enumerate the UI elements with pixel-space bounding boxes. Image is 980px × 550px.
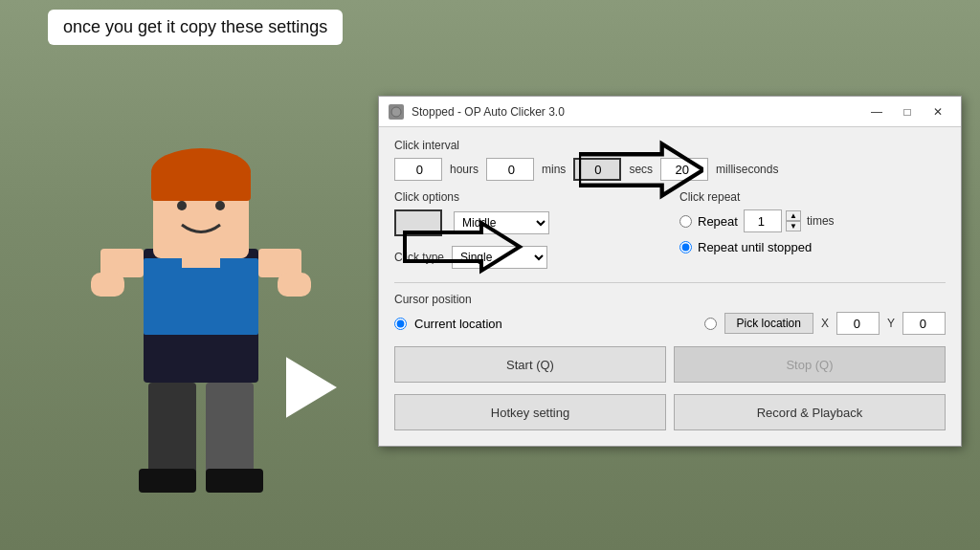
minimize-button[interactable]: — <box>863 102 890 121</box>
repeat-until-stopped-radio[interactable] <box>679 241 692 253</box>
repeat-until-stopped-row: Repeat until stopped <box>679 240 946 254</box>
svg-rect-11 <box>148 383 196 478</box>
cursor-position-row: Current location Pick location X Y <box>394 312 946 335</box>
arrow-btn <box>400 218 524 275</box>
titlebar-controls: — □ ✕ <box>863 102 951 121</box>
svg-marker-17 <box>579 143 703 195</box>
svg-point-19 <box>391 107 401 117</box>
maximize-button[interactable]: □ <box>894 102 921 121</box>
start-button[interactable]: Start (Q) <box>394 346 666 383</box>
svg-rect-14 <box>206 469 263 493</box>
repeat-radio-group: Repeat ▲ ▼ times Repeat until stopped <box>679 209 946 254</box>
repeat-until-stopped-label: Repeat until stopped <box>698 240 812 254</box>
titlebar: Stopped - OP Auto Clicker 3.0 — □ ✕ <box>379 97 961 127</box>
svg-rect-12 <box>206 383 254 478</box>
x-input[interactable] <box>836 312 880 335</box>
titlebar-left: Stopped - OP Auto Clicker 3.0 <box>389 104 565 120</box>
click-repeat-label: Click repeat <box>679 190 946 204</box>
current-location-radio[interactable] <box>394 318 407 330</box>
cursor-position-label: Cursor position <box>394 293 946 306</box>
times-label: times <box>807 214 835 228</box>
mins-unit: mins <box>542 163 566 176</box>
pick-location-radio[interactable] <box>704 318 717 330</box>
record-button[interactable]: Record & Playback <box>674 394 946 430</box>
x-label: X <box>821 317 829 330</box>
svg-rect-1 <box>144 258 258 335</box>
spinner-wrap: ▲ ▼ <box>744 209 801 232</box>
svg-rect-13 <box>139 469 196 493</box>
ms-unit: milliseconds <box>716 163 778 176</box>
click-repeat-col: Click repeat Repeat ▲ ▼ times <box>679 190 946 278</box>
repeat-times-row: Repeat ▲ ▼ times <box>679 209 946 232</box>
arrow-big-white <box>268 349 364 426</box>
spinner-up-button[interactable]: ▲ <box>786 210 801 221</box>
svg-rect-4 <box>151 172 251 201</box>
svg-rect-10 <box>278 273 311 297</box>
buttons-row-1: Start (Q) Stop (Q) <box>394 346 946 383</box>
mins-input[interactable] <box>486 158 534 181</box>
svg-marker-16 <box>287 359 335 416</box>
hours-input[interactable] <box>394 158 442 181</box>
y-input[interactable] <box>902 312 946 335</box>
character-svg <box>57 57 345 517</box>
hotkey-button[interactable]: Hotkey setting <box>394 394 666 430</box>
close-button[interactable]: ✕ <box>924 102 951 121</box>
spinner-down-button[interactable]: ▼ <box>786 221 801 231</box>
svg-rect-9 <box>91 273 124 297</box>
svg-point-5 <box>177 201 187 210</box>
arrow-secs <box>579 139 703 201</box>
buttons-row-2: Hotkey setting Record & Playback <box>394 394 946 430</box>
stop-button: Stop (Q) <box>674 346 946 383</box>
annotation-text: once you get it copy these settings <box>63 17 327 36</box>
repeat-radio[interactable] <box>679 215 692 228</box>
repeat-count-input[interactable] <box>744 209 782 232</box>
y-label: Y <box>887 317 895 330</box>
svg-point-6 <box>215 201 225 210</box>
annotation-box: once you get it copy these settings <box>48 10 343 45</box>
svg-marker-18 <box>405 223 520 271</box>
current-location-label: Current location <box>414 317 502 331</box>
pick-location-button[interactable]: Pick location <box>724 313 813 334</box>
repeat-label: Repeat <box>698 214 738 229</box>
hours-unit: hours <box>450 163 479 176</box>
window-title: Stopped - OP Auto Clicker 3.0 <box>412 105 565 119</box>
cursor-section: Cursor position Current location Pick lo… <box>394 282 946 335</box>
spinner-buttons: ▲ ▼ <box>786 210 801 231</box>
app-icon <box>389 104 404 120</box>
svg-rect-15 <box>182 253 220 268</box>
game-character <box>57 57 345 517</box>
